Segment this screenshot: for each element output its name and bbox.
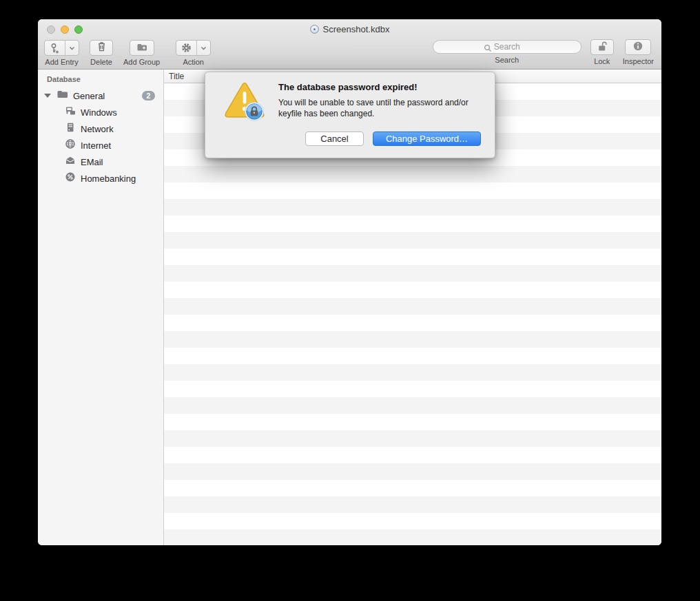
chevron-down-icon [196,41,210,55]
inspector-button[interactable] [625,39,651,55]
delete-label: Delete [90,58,112,66]
gear-icon [176,41,196,55]
close-button[interactable] [47,25,55,34]
action-item: Action [176,40,211,66]
server-icon [65,122,76,136]
dialog-title: The database password expired! [278,82,418,92]
sidebar-item-label: EMail [81,157,103,167]
sidebar-item-windows[interactable]: Windows [38,104,163,120]
sidebar: Database General 2 [38,70,164,545]
windows-network-icon [65,105,76,119]
delete-button[interactable] [90,40,113,56]
add-group-button[interactable] [130,40,154,56]
search-label: Search [495,56,519,64]
toolbar-left: Add Entry Delete [44,40,211,66]
add-entry-button[interactable] [44,40,79,56]
toolbar-right: Search Lock [433,39,654,65]
add-group-item: Add Group [123,40,160,66]
search-item: Search [433,39,581,64]
sidebar-item-label: Windows [81,107,117,118]
sidebar-section-header: Database [38,70,163,83]
group-label: General [73,91,105,101]
sidebar-item-general[interactable]: General 2 [38,87,163,104]
app-window: Screenshot.kdbx [38,19,661,545]
change-password-button[interactable]: Change Password… [373,131,481,146]
info-icon [632,41,644,54]
sidebar-item-email[interactable]: EMail [38,154,163,170]
dialog-message: You will be unable to save until the pas… [278,97,486,119]
search-icon [484,43,492,55]
sidebar-item-label: Homebanking [81,173,136,184]
percent-icon [65,171,76,185]
minimize-button[interactable] [61,25,69,34]
search-input[interactable] [433,40,581,54]
sidebar-item-label: Internet [81,140,111,151]
cancel-button[interactable]: Cancel [305,131,364,146]
warning-lock-icon [222,81,267,127]
lock-label: Lock [594,57,610,65]
lock-item: Lock [590,39,614,65]
sidebar-item-label: Network [81,124,114,134]
password-expired-dialog: The database password expired! You will … [205,72,495,158]
lock-button[interactable] [590,39,614,55]
inspector-label: Inspector [623,57,654,65]
action-label: Action [183,58,204,66]
envelope-icon [65,155,76,169]
titlebar: Screenshot.kdbx [38,19,661,39]
zoom-button[interactable] [74,25,83,34]
traffic-lights [47,25,83,34]
add-entry-item: Add Entry [44,40,79,66]
document-icon [310,25,319,34]
action-button[interactable] [176,40,211,56]
add-entry-label: Add Entry [45,58,78,66]
folder-icon [56,89,68,102]
trash-icon [97,41,106,54]
window-title: Screenshot.kdbx [323,24,390,34]
inspector-item: Inspector [623,39,654,65]
folder-plus-icon [136,42,147,54]
lock-open-icon [597,41,608,54]
sidebar-item-network[interactable]: Network [38,120,163,137]
globe-icon [65,138,76,152]
dialog-buttons: Cancel Change Password… [305,131,481,146]
entry-count-badge: 2 [142,91,155,101]
disclosure-triangle-icon[interactable] [44,94,51,98]
key-plus-icon [45,41,65,55]
chevron-down-icon[interactable] [65,41,79,55]
sidebar-item-internet[interactable]: Internet [38,137,163,154]
window-header: Screenshot.kdbx [38,19,661,70]
sidebar-item-homebanking[interactable]: Homebanking [38,170,163,187]
delete-item: Delete [90,40,113,66]
add-group-label: Add Group [123,58,160,66]
